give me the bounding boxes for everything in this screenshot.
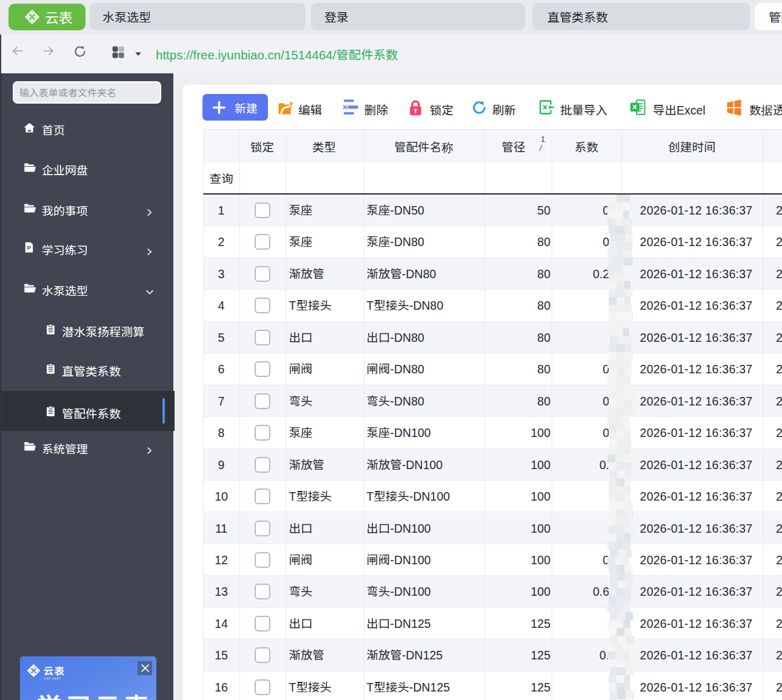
svg-text:P: P <box>27 244 32 251</box>
